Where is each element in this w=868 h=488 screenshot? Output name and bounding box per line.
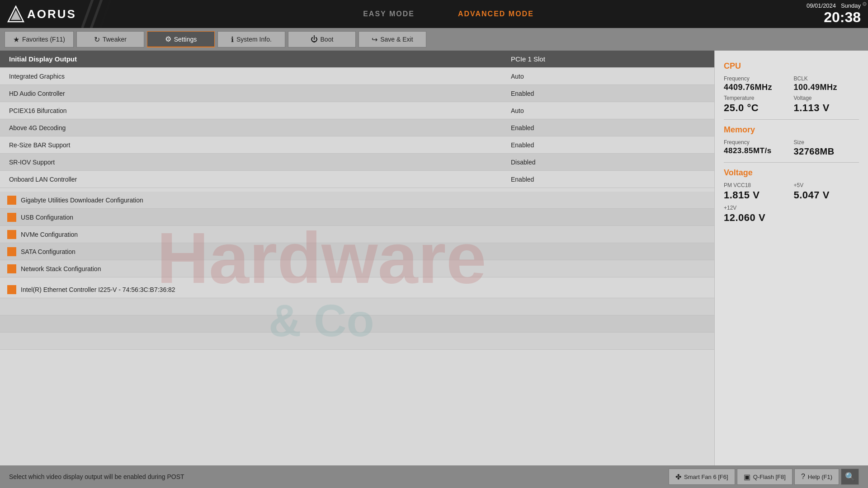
voltage-12v-label: +12V [724, 205, 859, 211]
settings-header-row[interactable]: Initial Display Output PCIe 1 Slot [0, 51, 714, 68]
tweaker-button[interactable]: ↻ Tweaker [76, 31, 144, 47]
ethernet-label[interactable]: Intel(R) Ethernet Controller I225-V - 74… [21, 286, 175, 293]
cpu-frequency-block: Frequency 4409.76MHz [724, 75, 789, 92]
info-icon: ℹ [231, 35, 234, 44]
voltage-pm-block: PM VCC18 1.815 V [724, 182, 789, 201]
aorus-logo-icon [7, 5, 24, 23]
advanced-mode-btn[interactable]: ADVANCED MODE [454, 8, 538, 20]
settings-rows-container: Integrated Graphics Auto HD Audio Contro… [0, 68, 714, 188]
easy-mode-btn[interactable]: EASY MODE [359, 8, 418, 20]
settings-row[interactable]: Above 4G Decoding Enabled [0, 119, 714, 136]
logo-area: AORUS [0, 5, 90, 23]
submenu-item[interactable]: Gigabyte Utilities Downloader Configurat… [0, 192, 714, 209]
cpu-voltage-label: Voltage [794, 95, 859, 101]
smart-fan-button[interactable]: ✤ Smart Fan 6 [F6] [669, 469, 735, 485]
submenu-label[interactable]: USB Configuration [21, 214, 73, 221]
settings-row[interactable]: Onboard LAN Controller Enabled [0, 171, 714, 188]
time-text: 20:38 [807, 9, 861, 26]
fan-icon: ✤ [675, 473, 681, 481]
settings-row[interactable]: HD Audio Controller Enabled [0, 85, 714, 102]
exit-icon: ↪ [372, 35, 377, 44]
submenu-label[interactable]: Network Stack Configuration [21, 265, 101, 272]
submenu-bullet [7, 230, 16, 239]
empty-row-1 [0, 298, 714, 315]
setting-name: Re-Size BAR Support [0, 141, 506, 149]
logo-text: AORUS [27, 7, 76, 21]
system-info-button[interactable]: ℹ System Info. [217, 31, 285, 47]
submenu-label[interactable]: Gigabyte Utilities Downloader Configurat… [21, 197, 143, 204]
cpu-voltage-block: Voltage 1.113 V [794, 95, 859, 114]
submenu-item[interactable]: USB Configuration [0, 209, 714, 226]
save-exit-button[interactable]: ↪ Save & Exit [359, 31, 426, 47]
ethernet-row[interactable]: Intel(R) Ethernet Controller I225-V - 74… [0, 281, 714, 298]
submenu-bullet [7, 264, 16, 273]
voltage-5v-value: 5.047 V [794, 189, 859, 201]
mode-area: EASY MODE ADVANCED MODE [90, 8, 807, 20]
memory-frequency-value: 4823.85MT/s [724, 146, 789, 155]
bottom-bar: Select which video display output will b… [0, 465, 868, 488]
cpu-temperature-label: Temperature [724, 95, 789, 101]
cpu-temperature-value: 25.0 °C [724, 102, 789, 114]
settings-corner-icon: ⚙ [862, 1, 867, 7]
memory-size-value: 32768MB [794, 146, 859, 157]
cpu-frequency-value: 4409.76MHz [724, 83, 789, 92]
settings-row[interactable]: SR-IOV Support Disabled [0, 154, 714, 171]
settings-button[interactable]: ⚙ Settings [147, 31, 215, 47]
bottom-buttons: ✤ Smart Fan 6 [F6] ▣ Q-Flash [F8] ? Help… [669, 469, 859, 485]
setting-value: Enabled [506, 90, 714, 97]
memory-size-block: Size 32768MB [794, 139, 859, 157]
help-icon: ? [801, 473, 805, 481]
voltage-section-title: Voltage [724, 168, 859, 178]
bottom-hint-text: Select which video display output will b… [9, 473, 184, 480]
submenu-bullet [7, 213, 16, 222]
favorites-button[interactable]: ★ Favorites (F11) [5, 31, 74, 47]
submenu-item[interactable]: SATA Configuration [0, 243, 714, 260]
header-setting-value: PCIe 1 Slot [506, 55, 714, 63]
submenu-bullet [7, 196, 16, 205]
settings-row[interactable]: Integrated Graphics Auto [0, 68, 714, 85]
help-button[interactable]: ? Help (F1) [794, 469, 839, 485]
datetime-area: 09/01/2024 Sunday 20:38 [807, 2, 868, 26]
qflash-button[interactable]: ▣ Q-Flash [F8] [737, 469, 793, 485]
search-button[interactable]: 🔍 [841, 469, 859, 485]
setting-value: Enabled [506, 124, 714, 131]
main-content: Hardware & Co Initial Display Output PCI… [0, 51, 868, 465]
boot-button[interactable]: ⏻ Boot [288, 31, 356, 47]
submenu-item[interactable]: Network Stack Configuration [0, 260, 714, 277]
settings-row[interactable]: Re-Size BAR Support Enabled [0, 136, 714, 154]
cpu-divider [724, 119, 859, 120]
search-icon: 🔍 [845, 472, 855, 482]
power-icon: ⏻ [311, 35, 318, 43]
submenu-label[interactable]: SATA Configuration [21, 248, 75, 255]
stats-panel: CPU Frequency 4409.76MHz BCLK 100.49MHz … [714, 51, 868, 465]
setting-name: Onboard LAN Controller [0, 176, 506, 183]
favorites-icon: ★ [13, 35, 19, 44]
header: AORUS EASY MODE ADVANCED MODE 09/01/2024… [0, 0, 868, 28]
setting-name: Above 4G Decoding [0, 124, 506, 131]
empty-row-2 [0, 315, 714, 333]
voltage-5v-block: +5V 5.047 V [794, 182, 859, 201]
settings-icon: ⚙ [165, 35, 171, 43]
memory-frequency-block: Frequency 4823.85MT/s [724, 139, 789, 157]
setting-value: Disabled [506, 159, 714, 166]
voltage-5v-label: +5V [794, 182, 859, 188]
setting-name: SR-IOV Support [0, 159, 506, 166]
voltage-pm-value: 1.815 V [724, 189, 789, 201]
cpu-voltage-value: 1.113 V [794, 102, 859, 114]
memory-stats-grid: Frequency 4823.85MT/s Size 32768MB [724, 139, 859, 157]
settings-panel: Hardware & Co Initial Display Output PCI… [0, 51, 714, 465]
day-text: Sunday [841, 2, 861, 9]
submenu-item[interactable]: NVMe Configuration [0, 226, 714, 243]
tweaker-icon: ↻ [94, 35, 100, 44]
setting-value: Auto [506, 107, 714, 114]
setting-name: PCIEX16 Bifurcation [0, 107, 506, 114]
submenu-bullet [7, 247, 16, 256]
submenu-label[interactable]: NVMe Configuration [21, 231, 78, 238]
settings-row[interactable]: PCIEX16 Bifurcation Auto [0, 102, 714, 119]
setting-value: Enabled [506, 176, 714, 183]
setting-name: Integrated Graphics [0, 73, 506, 80]
memory-size-label: Size [794, 139, 859, 145]
setting-value: Enabled [506, 141, 714, 149]
voltage-pm-label: PM VCC18 [724, 182, 789, 188]
header-setting-name: Initial Display Output [0, 55, 506, 63]
